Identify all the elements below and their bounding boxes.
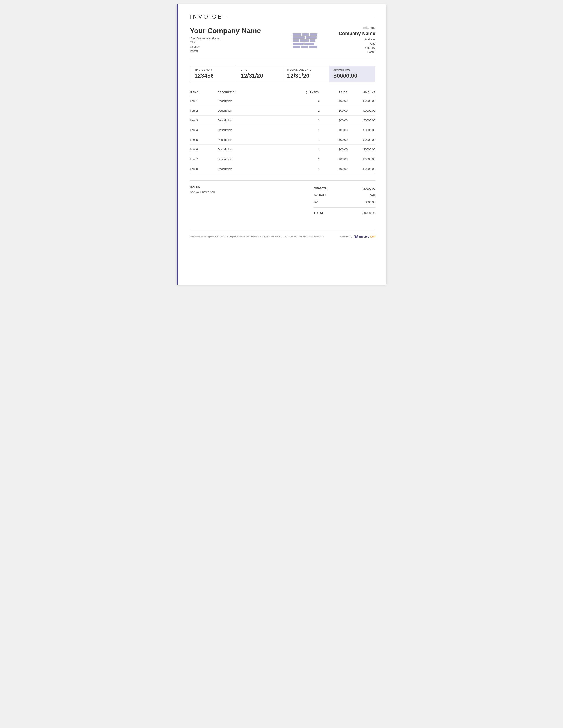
tax-value: $000.00 <box>365 201 375 204</box>
due-date-label: INVOICE DUE DATE <box>287 69 325 71</box>
table-row: Item 4 Description 1 $00.00 $0000.00 <box>190 125 375 135</box>
due-date-value: 12/31/20 <box>287 72 325 79</box>
sender-company-name: Your Company Name <box>190 27 280 35</box>
row-price: $00.00 <box>320 116 348 125</box>
totals-section: SUB-TOTAL $0000.00 TAX RATE 00% TAX $000… <box>314 185 375 216</box>
row-amount: $0000.00 <box>348 125 375 135</box>
row-amount: $0000.00 <box>348 154 375 164</box>
row-quantity: 1 <box>292 145 320 154</box>
row-price: $00.00 <box>320 164 348 174</box>
invoiceowl-logo: InvoiceOwl <box>354 234 375 239</box>
bottom-section: NOTES: Add your notes here SUB-TOTAL $00… <box>190 180 375 216</box>
invoice-meta-section: INVOICE NO # 123456 DATE 12/31/20 INVOIC… <box>190 66 375 82</box>
table-row: Item 3 Description 3 $00.00 $0000.00 <box>190 116 375 125</box>
row-description: Description <box>218 135 292 145</box>
totals-divider <box>314 207 375 208</box>
date-cell: DATE 12/31/20 <box>236 66 283 82</box>
row-description: Description <box>218 125 292 135</box>
sender-city: City <box>190 41 280 44</box>
row-item: Item 6 <box>190 145 218 154</box>
table-row: Item 2 Description 2 $00.00 $0000.00 <box>190 106 375 116</box>
row-amount: $0000.00 <box>348 135 375 145</box>
footer-text: This invoice was generated with the help… <box>190 235 324 238</box>
date-value: 12/31/20 <box>241 72 278 79</box>
row-description: Description <box>218 116 292 125</box>
col-header-price: PRICE <box>320 89 348 96</box>
row-item: Item 3 <box>190 116 218 125</box>
bill-country: Country <box>331 46 375 49</box>
table-header-row: ITEMS DESCRIPTION QUANTITY PRICE AMOUNT <box>190 89 375 96</box>
footer-main-text: This invoice was generated with the help… <box>190 235 307 238</box>
tax-row: TAX $000.00 <box>314 199 375 206</box>
row-description: Description <box>218 164 292 174</box>
row-quantity: 3 <box>292 116 320 125</box>
tax-rate-row: TAX RATE 00% <box>314 192 375 199</box>
col-header-items: ITEMS <box>190 89 218 96</box>
svg-point-6 <box>354 235 356 236</box>
row-amount: $0000.00 <box>348 145 375 154</box>
row-quantity: 3 <box>292 96 320 106</box>
table-row: Item 6 Description 1 $00.00 $0000.00 <box>190 145 375 154</box>
notes-label: NOTES: <box>190 185 305 188</box>
row-price: $00.00 <box>320 125 348 135</box>
row-description: Description <box>218 96 292 106</box>
table-row: Item 8 Description 1 $00.00 $0000.00 <box>190 164 375 174</box>
row-quantity: 1 <box>292 154 320 164</box>
row-amount: $0000.00 <box>348 106 375 116</box>
col-header-amount: AMOUNT <box>348 89 375 96</box>
total-value: $0000.00 <box>363 211 375 215</box>
sender-country: Country <box>190 45 280 48</box>
brand-owl: Owl <box>370 235 375 238</box>
date-label: DATE <box>241 69 278 71</box>
sender-info: Your Company Name Your Business Address … <box>190 27 280 54</box>
sender-address: Your Business Address <box>190 37 280 40</box>
company-logo <box>293 32 319 49</box>
invoice-no-cell: INVOICE NO # 123456 <box>190 66 236 82</box>
total-label: TOTAL <box>314 211 324 215</box>
amount-due-cell: AMOUNT DUE $0000.00 <box>329 66 375 82</box>
subtotal-row: SUB-TOTAL $0000.00 <box>314 185 375 192</box>
bill-address: Address <box>331 38 375 41</box>
row-item: Item 5 <box>190 135 218 145</box>
amount-due-value: $0000.00 <box>334 72 371 79</box>
invoice-no-value: 123456 <box>194 72 232 79</box>
notes-text: Add your notes here <box>190 190 305 194</box>
row-amount: $0000.00 <box>348 164 375 174</box>
bill-to-label: BILL TO: <box>331 27 375 29</box>
row-price: $00.00 <box>320 145 348 154</box>
company-section: Your Company Name Your Business Address … <box>190 27 375 59</box>
row-quantity: 1 <box>292 164 320 174</box>
subtotal-label: SUB-TOTAL <box>314 187 328 190</box>
row-quantity: 2 <box>292 106 320 116</box>
footer-link[interactable]: invoiceowl.com <box>308 235 325 238</box>
bill-company-name: Company Name <box>331 31 375 36</box>
row-item: Item 7 <box>190 154 218 164</box>
tax-rate-label: TAX RATE <box>314 194 326 197</box>
row-quantity: 1 <box>292 135 320 145</box>
left-accent-bar <box>177 4 178 285</box>
row-price: $00.00 <box>320 106 348 116</box>
row-item: Item 4 <box>190 125 218 135</box>
row-quantity: 1 <box>292 125 320 135</box>
row-price: $00.00 <box>320 154 348 164</box>
invoice-no-label: INVOICE NO # <box>194 69 232 71</box>
tax-label: TAX <box>314 201 319 204</box>
powered-by-label: Powered by <box>339 235 352 238</box>
row-description: Description <box>218 154 292 164</box>
row-price: $00.00 <box>320 96 348 106</box>
tax-rate-value: 00% <box>370 194 375 197</box>
row-item: Item 8 <box>190 164 218 174</box>
row-price: $00.00 <box>320 135 348 145</box>
invoice-page: INVOICE Your Company Name Your Business … <box>177 4 386 285</box>
col-header-description: DESCRIPTION <box>218 89 292 96</box>
col-header-quantity: QUANTITY <box>292 89 320 96</box>
due-date-cell: INVOICE DUE DATE 12/31/20 <box>283 66 329 82</box>
invoice-title: INVOICE <box>190 13 223 20</box>
svg-point-7 <box>357 235 358 236</box>
powered-by-section: Powered by InvoiceOwl <box>339 234 375 239</box>
bill-city: City <box>331 42 375 45</box>
row-item: Item 1 <box>190 96 218 106</box>
footer: This invoice was generated with the help… <box>190 230 375 239</box>
row-item: Item 2 <box>190 106 218 116</box>
notes-section: NOTES: Add your notes here <box>190 185 314 216</box>
